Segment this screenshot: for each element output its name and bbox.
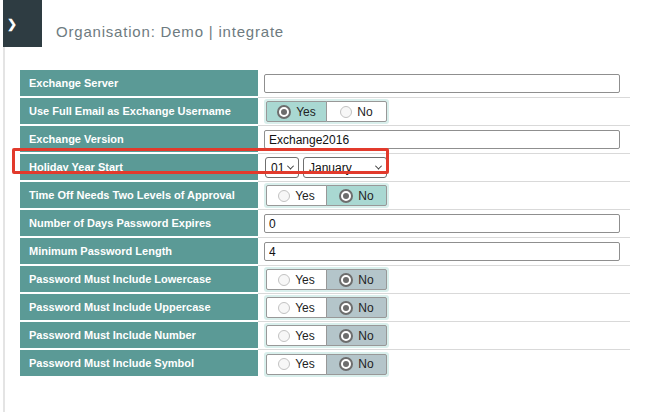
radio-selected-icon: [339, 273, 353, 287]
settings-table: Exchange Server Use Full Email as Exchan…: [20, 70, 630, 378]
organisation-settings-page: ❯ Organisation: Demo | integrate Exchang…: [0, 0, 670, 412]
table-row: Exchange Version: [20, 126, 630, 154]
no-option[interactable]: No: [326, 269, 387, 290]
two-levels-approval-toggle: Yes No: [264, 183, 389, 208]
row-value: [258, 238, 630, 266]
table-row: Password Must Include Uppercase Yes No: [20, 294, 630, 322]
radio-unselected-icon: [340, 106, 352, 118]
row-value: Yes No: [258, 98, 630, 126]
radio-selected-icon: [339, 329, 353, 343]
use-full-email-toggle: Yes No: [264, 99, 389, 124]
row-label: Password Must Include Lowercase: [20, 266, 258, 294]
option-label: No: [358, 357, 373, 371]
row-label: Holiday Year Start: [20, 154, 258, 182]
row-value: Yes No: [258, 182, 630, 210]
option-label: Yes: [295, 273, 315, 287]
yes-option[interactable]: Yes: [266, 269, 327, 290]
no-option[interactable]: No: [326, 354, 387, 375]
row-label: Password Must Include Symbol: [20, 350, 258, 378]
selected-month: January: [309, 161, 352, 175]
option-label: Yes: [295, 189, 315, 203]
option-label: No: [358, 329, 373, 343]
no-option[interactable]: No: [326, 185, 387, 206]
option-label: Yes: [295, 301, 315, 315]
row-value: [258, 210, 630, 238]
exchange-server-input[interactable]: [264, 74, 620, 93]
option-label: Yes: [295, 329, 315, 343]
table-row: Use Full Email as Exchange Username Yes …: [20, 98, 630, 126]
min-password-length-input[interactable]: [264, 242, 620, 261]
radio-unselected-icon: [278, 190, 290, 202]
table-row: Exchange Server: [20, 70, 630, 98]
row-label: Number of Days Password Expires: [20, 210, 258, 238]
table-row: Password Must Include Number Yes No: [20, 322, 630, 350]
table-row: Number of Days Password Expires: [20, 210, 630, 238]
row-label: Password Must Include Number: [20, 322, 258, 350]
sidebar-collapsed-panel: ❯: [3, 0, 42, 47]
password-uppercase-toggle: Yes No: [264, 295, 389, 320]
left-panel-border: [3, 0, 5, 412]
password-lowercase-toggle: Yes No: [264, 267, 389, 292]
table-row: Password Must Include Lowercase Yes No: [20, 266, 630, 294]
option-label: No: [357, 105, 372, 119]
row-value: Yes No: [258, 322, 630, 350]
selected-day: 01: [271, 161, 284, 175]
row-label: Minimum Password Length: [20, 238, 258, 266]
option-label: No: [358, 301, 373, 315]
holiday-start-day-select[interactable]: 01: [265, 157, 299, 178]
no-option[interactable]: No: [326, 297, 387, 318]
password-symbol-toggle: Yes No: [264, 352, 389, 377]
table-row: Minimum Password Length: [20, 238, 630, 266]
row-value: Yes No: [258, 266, 630, 294]
no-option[interactable]: No: [326, 101, 387, 122]
sidebar-expand-chevron-icon[interactable]: ❯: [3, 18, 17, 30]
yes-option[interactable]: Yes: [266, 297, 327, 318]
table-row: Holiday Year Start 01 January: [20, 154, 630, 182]
no-option[interactable]: No: [326, 325, 387, 346]
row-value: Yes No: [258, 294, 630, 322]
password-expires-days-input[interactable]: [264, 214, 620, 233]
option-label: Yes: [295, 357, 315, 371]
option-label: No: [358, 189, 373, 203]
radio-selected-icon: [339, 189, 353, 203]
table-row: Password Must Include Symbol Yes No: [20, 350, 630, 378]
option-label: No: [358, 273, 373, 287]
row-label: Time Off Needs Two Levels of Approval: [20, 182, 258, 210]
radio-unselected-icon: [278, 330, 290, 342]
yes-option[interactable]: Yes: [266, 101, 327, 122]
radio-unselected-icon: [278, 274, 290, 286]
page-title: Organisation: Demo | integrate: [56, 23, 284, 40]
radio-unselected-icon: [278, 358, 290, 370]
row-label: Exchange Server: [20, 70, 258, 98]
yes-option[interactable]: Yes: [266, 354, 327, 375]
radio-selected-icon: [339, 357, 353, 371]
password-number-toggle: Yes No: [264, 323, 389, 348]
radio-unselected-icon: [278, 302, 290, 314]
radio-selected-icon: [339, 301, 353, 315]
yes-option[interactable]: Yes: [266, 325, 327, 346]
exchange-version-input[interactable]: [264, 130, 620, 149]
holiday-start-month-select[interactable]: January: [303, 157, 387, 178]
row-value: Yes No: [258, 350, 630, 378]
row-label: Exchange Version: [20, 126, 258, 154]
row-value: 01 January: [258, 154, 630, 182]
radio-selected-icon: [277, 105, 291, 119]
row-value: [258, 70, 630, 98]
chevron-down-icon: [287, 163, 294, 170]
yes-option[interactable]: Yes: [266, 185, 327, 206]
option-label: Yes: [296, 105, 316, 119]
row-label: Password Must Include Uppercase: [20, 294, 258, 322]
chevron-down-icon: [375, 163, 382, 170]
row-label: Use Full Email as Exchange Username: [20, 98, 258, 126]
table-row: Time Off Needs Two Levels of Approval Ye…: [20, 182, 630, 210]
row-value: [258, 126, 630, 154]
